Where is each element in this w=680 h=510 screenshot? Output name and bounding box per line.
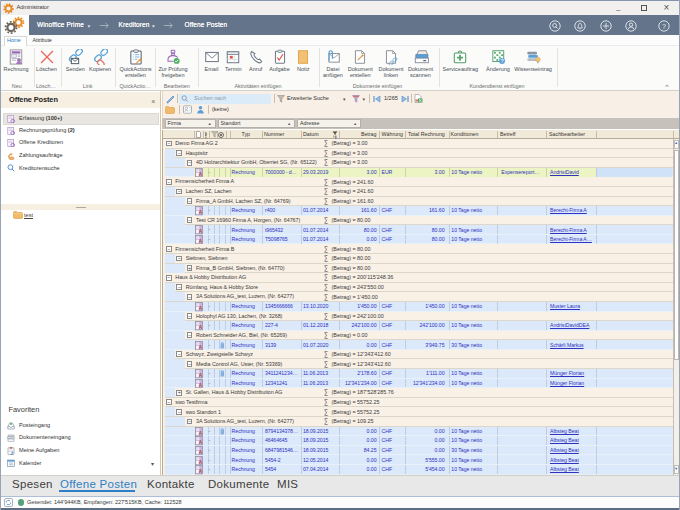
svg-text:?: ? — [662, 23, 666, 30]
svg-text:?: ? — [500, 58, 503, 64]
